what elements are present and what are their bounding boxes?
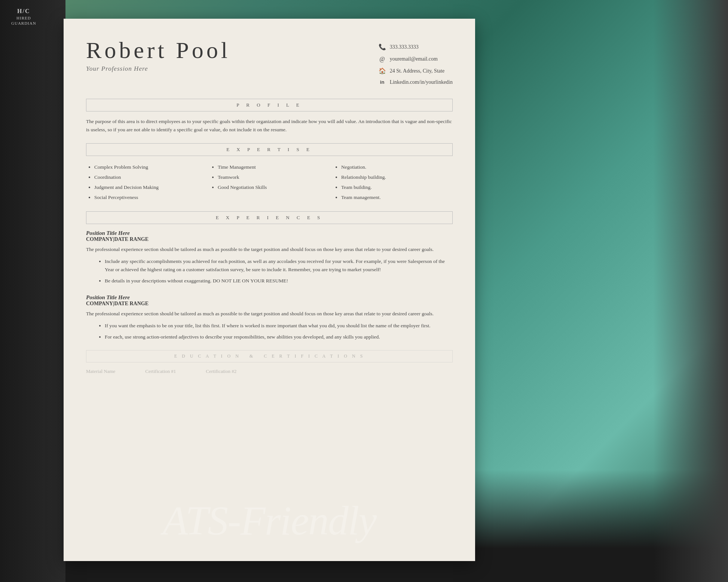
logo-line2: GUARDIAN [11,21,36,26]
address-icon: 🏠 [379,65,386,77]
logo-initials: H/C [11,7,36,15]
contact-email-row: @ youremail@email.com [379,53,453,65]
list-item: For each, use strong action-oriented adj… [105,333,453,341]
resume-profession: Your Profession Here [86,65,230,73]
contact-phone: 333.333.3333 [390,42,419,52]
list-item: If you want the emphasis to be on your t… [105,322,453,330]
list-item: Social Perceptiveness [94,192,206,202]
resume-paper: Robert Pool Your Profession Here 📞 333.3… [64,19,475,561]
list-item: Relationship building. [341,172,453,182]
faded-bottom-section: E D U C A T I O N & C E R T I F I C A T … [86,350,453,374]
list-item: Include any specific accomplishments you… [105,257,453,274]
profile-text: The purpose of this area is to direct em… [86,117,453,134]
phone-icon: 📞 [379,41,386,53]
background-left-panel [0,0,65,582]
profile-section-header: P R O F I L E [86,99,453,111]
experience-bullets-2: If you want the emphasis to be on your t… [86,322,453,341]
experiences-section-header: E X P E R I E N C E S [86,211,453,224]
list-item: Time Management [218,162,329,172]
list-item: Be details in your descriptions without … [105,277,453,285]
list-item: Teamwork [218,172,329,182]
contact-linkedin: Linkedin.com/in/yourlinkedin [390,77,453,88]
resume-header: Robert Pool Your Profession Here 📞 333.3… [86,37,453,88]
name-block: Robert Pool Your Profession Here [86,37,230,73]
contact-phone-row: 📞 333.333.3333 [379,41,453,53]
contact-block: 📞 333.333.3333 @ youremail@email.com 🏠 2… [379,41,453,88]
linkedin-icon: in [379,77,386,87]
position-title-1: Position Title Here [86,230,453,236]
expertise-section-header: E X P E R T I S E [86,143,453,156]
list-item: Team management. [341,192,453,202]
list-item: Team building. [341,182,453,192]
logo-line1: HIRED [11,15,36,21]
experience-entry-1: Position Title Here COMPANY|DATE RANGE T… [86,230,453,285]
logo: H/C HIRED GUARDIAN [11,7,36,26]
list-item: Coordination [94,172,206,182]
position-title-2: Position Title Here [86,294,453,301]
expertise-grid: Complex Problem Solving Coordination Jud… [86,162,453,202]
education-material: Material Name [86,368,115,374]
expertise-list-2: Time Management Teamwork Good Negotiatio… [209,162,329,192]
list-item: Judgment and Decision Making [94,182,206,192]
contact-email: youremail@email.com [390,54,438,64]
company-date-2: COMPANY|DATE RANGE [86,301,453,307]
experience-bullets-1: Include any specific accomplishments you… [86,257,453,285]
certification-1: Certification #1 [145,368,176,374]
experience-entry-2: Position Title Here COMPANY|DATE RANGE T… [86,294,453,341]
email-icon: @ [379,53,386,65]
list-item: Complex Problem Solving [94,162,206,172]
expertise-list-3: Negotiation. Relationship building. Team… [333,162,453,202]
expertise-list-1: Complex Problem Solving Coordination Jud… [86,162,206,202]
contact-address-row: 🏠 24 St. Address, City, State [379,65,453,77]
expertise-col-3: Negotiation. Relationship building. Team… [333,162,453,202]
contact-address: 24 St. Address, City, State [390,66,445,76]
background-right-panel [653,0,728,582]
education-section-header: E D U C A T I O N & C E R T I F I C A T … [86,350,453,362]
expertise-col-1: Complex Problem Solving Coordination Jud… [86,162,206,202]
expertise-col-2: Time Management Teamwork Good Negotiatio… [209,162,329,202]
contact-linkedin-row: in Linkedin.com/in/yourlinkedin [379,77,453,88]
list-item: Good Negotiation Skills [218,182,329,192]
company-date-1: COMPANY|DATE RANGE [86,236,453,242]
certification-2: Certification #2 [206,368,236,374]
resume-name: Robert Pool [86,37,230,63]
list-item: Negotiation. [341,162,453,172]
experience-desc-2: The professional experience section shou… [86,310,453,318]
experience-desc-1: The professional experience section shou… [86,245,453,254]
